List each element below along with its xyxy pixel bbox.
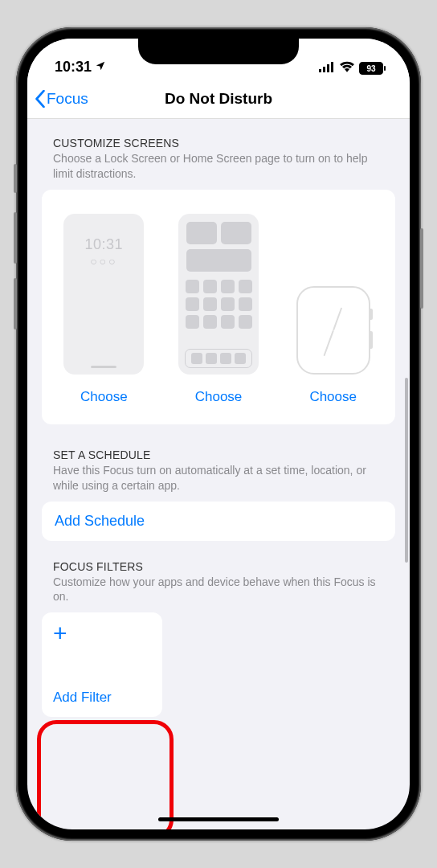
scroll-indicator xyxy=(405,378,408,563)
phone-frame: 10:31 93 Focus xyxy=(16,27,421,841)
lock-time: 10:31 xyxy=(85,236,124,253)
customize-heading: CUSTOMIZE SCREENS xyxy=(42,137,395,149)
svg-rect-1 xyxy=(323,67,325,72)
add-schedule-label: Add Schedule xyxy=(55,513,145,529)
filters-desc: Customize how your apps and device behav… xyxy=(42,575,395,605)
location-icon xyxy=(95,59,106,76)
volume-up xyxy=(14,212,17,264)
notch xyxy=(138,39,299,64)
svg-rect-3 xyxy=(331,62,333,72)
volume-down xyxy=(14,278,17,330)
svg-rect-4 xyxy=(384,66,386,71)
filters-heading: FOCUS FILTERS xyxy=(42,560,395,573)
svg-rect-2 xyxy=(327,64,329,72)
battery-level: 93 xyxy=(366,64,375,73)
svg-rect-0 xyxy=(319,69,321,72)
back-button[interactable]: Focus xyxy=(34,90,88,108)
choose-home-screen[interactable]: Choose xyxy=(195,389,243,405)
schedule-heading: SET A SCHEDULE xyxy=(42,448,395,461)
home-screen-preview[interactable] xyxy=(178,214,259,375)
side-button xyxy=(420,228,423,309)
page-title: Do Not Disturb xyxy=(165,90,272,108)
chevron-left-icon xyxy=(34,90,47,108)
status-time: 10:31 xyxy=(55,59,92,76)
cellular-icon xyxy=(319,61,335,76)
customize-desc: Choose a Lock Screen or Home Screen page… xyxy=(42,151,395,182)
choose-lock-screen[interactable]: Choose xyxy=(80,389,128,405)
battery-icon: 93 xyxy=(359,62,386,75)
mute-switch xyxy=(14,164,17,193)
home-indicator-mini xyxy=(91,366,116,368)
nav-bar: Focus Do Not Disturb xyxy=(27,79,410,119)
content-scroll[interactable]: CUSTOMIZE SCREENS Choose a Lock Screen o… xyxy=(27,119,410,829)
plus-icon: + xyxy=(53,624,151,643)
add-schedule-button[interactable]: Add Schedule xyxy=(42,502,395,541)
add-filter-label: Add Filter xyxy=(53,690,151,706)
schedule-desc: Have this Focus turn on automatically at… xyxy=(42,463,395,493)
add-filter-button[interactable]: + Add Filter xyxy=(42,612,162,717)
watch-face-preview[interactable] xyxy=(296,286,370,375)
wifi-icon xyxy=(340,61,354,76)
back-label: Focus xyxy=(47,90,88,108)
customize-screens-card: 10:31 ○○○ Choose xyxy=(42,190,395,424)
lock-dots: ○○○ xyxy=(90,255,117,268)
lock-screen-preview[interactable]: 10:31 ○○○ xyxy=(63,214,144,375)
choose-watch-face[interactable]: Choose xyxy=(309,389,357,405)
home-indicator[interactable] xyxy=(158,817,279,821)
